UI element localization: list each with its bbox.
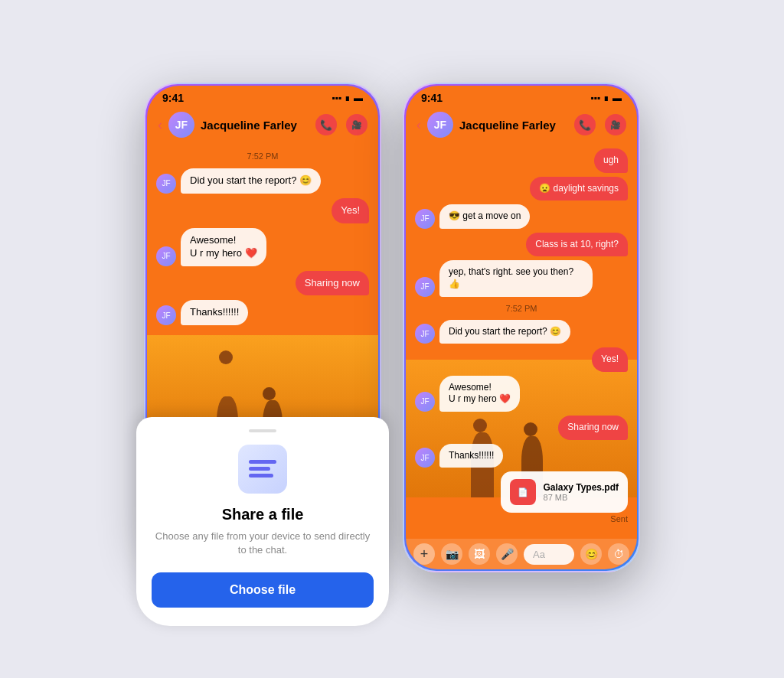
sheet-subtitle: Choose any file from your device to send…	[152, 530, 374, 557]
header-icons-right: 📞 🎥	[574, 114, 626, 135]
phone-call-icon-right: 📞	[579, 119, 591, 131]
status-time-right: 9:41	[421, 92, 443, 104]
bubble-incoming: Awesome!U r my hero ❤️	[439, 376, 520, 412]
bubble-incoming: yep, that's right. see you then? 👍	[439, 260, 593, 296]
phone-call-button-left[interactable]: 📞	[315, 114, 337, 135]
back-button-left[interactable]: ‹	[158, 117, 162, 133]
chat-header-right: ‹ JF Jacqueline Farley 📞 🎥	[406, 107, 637, 144]
contact-name-left: Jacqueline Farley	[201, 119, 315, 132]
message-row: JF Awesome!U r my hero ❤️	[415, 376, 628, 412]
file-message-bubble: 📄 Galaxy Types.pdf 87 MB	[501, 471, 628, 513]
message-row: Sharing now	[415, 416, 628, 440]
timestamp-right-mid: 7:52 PM	[415, 304, 628, 313]
sheet-handle	[249, 429, 276, 432]
camera-icon-right: 📷	[446, 548, 459, 560]
signal-icon: ▪▪▪	[332, 93, 341, 103]
back-button-right[interactable]: ‹	[416, 117, 421, 133]
bubble-outgoing: 😦 daylight savings	[530, 177, 628, 201]
header-icons-left: 📞 🎥	[315, 114, 368, 135]
mic-icon-right: 🎤	[501, 548, 514, 560]
sent-label: Sent	[610, 514, 628, 523]
file-info: Galaxy Types.pdf 87 MB	[544, 482, 619, 502]
signal-icon-right: ▪▪▪	[590, 93, 600, 103]
phone-call-icon: 📞	[320, 119, 332, 131]
message-row: Sharing now	[156, 271, 369, 296]
phone-right: 9:41 ▪▪▪ ∎ ▬ ‹ JF Jacqueline Farley 📞 �	[403, 83, 640, 572]
msg-avatar: JF	[156, 305, 176, 325]
msg-avatar: JF	[156, 174, 176, 194]
emoji-icon-right: 😊	[585, 548, 598, 560]
camera-button-right[interactable]: 📷	[441, 543, 462, 565]
contact-name-right: Jacqueline Farley	[459, 119, 574, 132]
battery-icon: ▬	[354, 93, 363, 103]
gallery-icon-right: 🖼	[474, 548, 485, 560]
message-row: JF Thanks!!!!!!	[156, 300, 369, 325]
message-row: Yes!	[156, 198, 369, 223]
status-icons-right: ▪▪▪ ∎ ▬	[590, 93, 622, 103]
status-time-left: 9:41	[162, 92, 184, 104]
bubble-outgoing: Class is at 10, right?	[526, 233, 628, 257]
file-icon-bars	[243, 454, 283, 484]
phone-left-wrapper: 9:41 ▪▪▪ ∎ ▬ ‹ JF Jacqueline Farley 📞	[144, 83, 381, 595]
message-row: JF Did you start the report? 😊	[156, 168, 369, 194]
mic-button-right[interactable]: 🎤	[496, 543, 518, 565]
wifi-icon: ∎	[345, 93, 351, 103]
timestamp-left: 7:52 PM	[156, 152, 369, 161]
bubble-outgoing: Sharing now	[558, 416, 628, 440]
plus-button-right[interactable]: +	[413, 543, 435, 565]
message-row: Class is at 10, right?	[415, 233, 628, 257]
bubble-incoming: Thanks!!!!!!	[439, 444, 503, 468]
bubble-outgoing: Sharing now	[296, 271, 369, 296]
choose-file-button[interactable]: Choose file	[152, 572, 374, 608]
chat-toolbar-right: + 📷 🖼 🎤 Aa 😊 ⏱	[406, 539, 637, 569]
message-row: ugh	[415, 148, 628, 173]
bubble-outgoing: Yes!	[592, 347, 628, 372]
file-bar-2	[249, 467, 270, 471]
gallery-button-right[interactable]: 🖼	[469, 543, 490, 565]
emoji-button-right[interactable]: 😊	[580, 543, 602, 565]
phones-container: 9:41 ▪▪▪ ∎ ▬ ‹ JF Jacqueline Farley 📞	[121, 60, 663, 618]
figure-1-head	[219, 350, 233, 364]
video-call-button-right[interactable]: 🎥	[605, 114, 626, 135]
file-name: Galaxy Types.pdf	[544, 482, 619, 493]
video-call-icon-right: 🎥	[610, 120, 621, 130]
message-row: JF Did you start the report? 😊	[415, 320, 628, 344]
bubble-outgoing: ugh	[594, 148, 628, 173]
msg-avatar: JF	[415, 324, 435, 344]
file-bar-3	[249, 474, 273, 478]
bubble-incoming: 😎 get a move on	[439, 204, 530, 229]
timer-button-right[interactable]: ⏱	[608, 543, 629, 565]
chat-area-right: ugh 😦 daylight savings JF 😎 get a move o…	[406, 144, 637, 539]
sheet-title: Share a file	[152, 506, 374, 523]
file-icon-large	[238, 445, 287, 494]
video-call-button-left[interactable]: 🎥	[346, 114, 368, 135]
chat-header-left: ‹ JF Jacqueline Farley 📞 🎥	[147, 107, 378, 144]
msg-avatar: JF	[415, 209, 435, 229]
wifi-icon-right: ∎	[603, 93, 609, 103]
avatar-right: JF	[427, 112, 453, 138]
file-bar-1	[249, 460, 276, 464]
status-bar-left: 9:41 ▪▪▪ ∎ ▬	[147, 86, 378, 107]
bubble-incoming: Thanks!!!!!!	[181, 300, 248, 325]
avatar-left: JF	[168, 112, 194, 138]
timer-icon-right: ⏱	[613, 548, 624, 560]
message-row: JF 😎 get a move on	[415, 204, 628, 229]
pdf-text: 📄	[518, 487, 528, 497]
message-input-right[interactable]: Aa	[524, 544, 574, 565]
bubble-incoming: Did you start the report? 😊	[181, 168, 321, 194]
phone-call-button-right[interactable]: 📞	[574, 114, 596, 135]
figure-2-head	[263, 387, 276, 400]
phone-right-inner: 9:41 ▪▪▪ ∎ ▬ ‹ JF Jacqueline Farley 📞 �	[406, 86, 637, 569]
msg-avatar: JF	[156, 246, 176, 266]
bubble-incoming: Did you start the report? 😊	[439, 320, 570, 344]
battery-icon-right: ▬	[612, 93, 622, 103]
msg-avatar: JF	[415, 448, 435, 468]
msg-avatar: JF	[415, 392, 435, 412]
message-row: 😦 daylight savings	[415, 177, 628, 201]
msg-avatar: JF	[415, 277, 435, 297]
pdf-icon: 📄	[510, 479, 536, 505]
message-row: JF yep, that's right. see you then? 👍	[415, 260, 628, 296]
input-placeholder-right: Aa	[533, 549, 545, 560]
message-row: Yes!	[415, 347, 628, 372]
file-message-container: 📄 Galaxy Types.pdf 87 MB Sent	[415, 471, 628, 523]
